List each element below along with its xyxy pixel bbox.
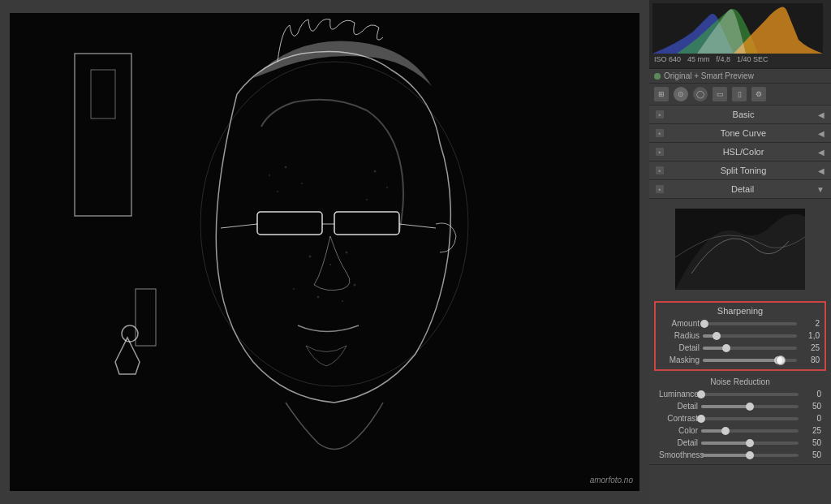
radius-row: Radius 1,0	[656, 330, 825, 342]
photo-svg	[10, 13, 639, 491]
luminance-row: Luminance 0	[654, 388, 826, 400]
detail-row: Detail 25	[656, 342, 825, 354]
svg-point-21	[346, 252, 348, 254]
smoothness-fill	[701, 454, 750, 457]
detail-thumbnail	[675, 209, 805, 290]
svg-point-22	[293, 288, 295, 290]
contrast-thumb[interactable]	[697, 415, 705, 423]
tone-curve-header[interactable]: ▪ Tone Curve ◀	[649, 124, 831, 142]
phone-tool-icon[interactable]: ▯	[732, 87, 747, 101]
detail-header[interactable]: ▪ Detail ▼	[649, 180, 831, 199]
circle-tool-icon[interactable]: ◯	[693, 87, 708, 101]
shutter-info: 1/40 SEC	[737, 55, 769, 63]
hsl-toggle[interactable]: ▪	[656, 148, 664, 156]
target-tool-icon[interactable]: ⊙	[674, 87, 688, 101]
nr-detail-row: Detail 50	[654, 400, 826, 412]
radius-track[interactable]	[703, 334, 797, 338]
monitor-tool-icon[interactable]: ▭	[713, 87, 727, 101]
contrast-value: 0	[802, 414, 821, 423]
smoothness-track[interactable]	[701, 454, 799, 457]
color-detail-row: Detail 50	[654, 437, 826, 449]
amount-label: Amount	[661, 319, 700, 328]
svg-point-23	[317, 296, 320, 299]
tone-curve-toggle[interactable]: ▪	[656, 129, 664, 137]
tone-curve-section: ▪ Tone Curve ◀	[649, 124, 831, 143]
masking-track[interactable]	[703, 359, 797, 362]
color-detail-label: Detail	[659, 438, 698, 447]
contrast-label: Contrast	[659, 414, 698, 423]
svg-point-12	[269, 174, 270, 176]
detail-label: Detail	[669, 184, 816, 194]
smoothness-row: Smoothness 50	[654, 449, 826, 461]
color-label: Color	[659, 426, 698, 435]
hsl-label: HSL/Color	[669, 147, 818, 157]
focal-info: 45 mm	[687, 55, 710, 63]
color-thumb[interactable]	[721, 427, 730, 435]
detail-arrow: ▼	[816, 185, 825, 194]
tone-curve-arrow: ◀	[818, 129, 825, 138]
radius-thumb[interactable]	[713, 332, 721, 340]
basic-header[interactable]: ▪ Basic ◀	[649, 106, 831, 123]
noise-reduction-section: Noise Reduction Luminance 0 Detail	[649, 374, 831, 464]
panel-sections-container: ▪ Basic ◀ ▪ Tone Curve ◀ ▪ HSL/Color ◀	[649, 106, 831, 504]
smoothness-label: Smoothness	[659, 450, 698, 459]
masking-thumb[interactable]	[774, 356, 782, 364]
nr-title: Noise Reduction	[654, 374, 826, 388]
histogram-svg	[652, 3, 823, 54]
smoothness-thumb[interactable]	[746, 451, 754, 459]
detail-value: 25	[800, 343, 820, 352]
histogram-area: ISO 640 45 mm f/4,8 1/40 SEC	[649, 0, 831, 69]
nr-detail-thumb[interactable]	[746, 403, 754, 411]
luminance-thumb[interactable]	[697, 390, 705, 398]
aperture-info: f/4,8	[717, 55, 731, 63]
color-detail-track[interactable]	[701, 442, 799, 445]
svg-rect-1	[10, 13, 639, 491]
detail-toggle[interactable]: ▪	[656, 185, 664, 193]
amount-track[interactable]	[703, 322, 797, 325]
svg-point-16	[374, 170, 377, 173]
split-toning-arrow: ◀	[818, 166, 825, 175]
masking-value: 80	[800, 355, 820, 364]
nr-detail-fill	[701, 405, 750, 408]
tools-row: ⊞ ⊙ ◯ ▭ ▯ ⚙	[649, 84, 831, 106]
histogram-info: ISO 640 45 mm f/4,8 1/40 SEC	[652, 54, 828, 63]
svg-point-18	[366, 199, 368, 200]
split-toning-section: ▪ Split Toning ◀	[649, 162, 831, 180]
svg-point-24	[342, 300, 343, 302]
grid-tool-icon[interactable]: ⊞	[654, 87, 669, 101]
color-detail-fill	[701, 442, 750, 445]
color-track[interactable]	[701, 429, 799, 433]
masking-fill	[703, 359, 778, 362]
smart-preview-label: Original + Smart Preview	[664, 71, 754, 80]
split-toning-header[interactable]: ▪ Split Toning ◀	[649, 162, 831, 179]
svg-point-17	[386, 187, 388, 188]
sharpening-title: Sharpening	[656, 303, 825, 317]
contrast-track[interactable]	[701, 417, 799, 420]
smart-preview-bar: Original + Smart Preview	[649, 69, 831, 84]
nr-detail-label: Detail	[659, 402, 698, 411]
basic-toggle[interactable]: ▪	[656, 110, 664, 118]
luminance-track[interactable]	[701, 393, 799, 396]
settings-tool-icon[interactable]: ⚙	[751, 87, 766, 101]
luminance-value: 0	[802, 390, 821, 398]
nr-detail-track[interactable]	[701, 405, 799, 408]
smoothness-value: 50	[802, 450, 821, 459]
right-panel: ISO 640 45 mm f/4,8 1/40 SEC Original + …	[649, 0, 831, 504]
color-detail-thumb[interactable]	[746, 439, 754, 447]
split-toning-label: Split Toning	[669, 166, 818, 175]
histogram-canvas	[652, 3, 828, 54]
nr-detail-value: 50	[802, 402, 821, 411]
amount-thumb[interactable]	[700, 320, 708, 328]
split-toning-toggle[interactable]: ▪	[656, 166, 664, 174]
detail-track[interactable]	[703, 347, 797, 350]
iso-info: ISO 640	[654, 55, 681, 63]
color-value: 25	[802, 426, 821, 435]
radius-value: 1,0	[800, 331, 820, 340]
amount-value: 2	[800, 319, 820, 328]
detail-section: ▪ Detail ▼ Sharpening	[649, 180, 831, 465]
detail-thumb[interactable]	[722, 344, 730, 352]
radius-label: Radius	[661, 331, 700, 340]
hsl-header[interactable]: ▪ HSL/Color ◀	[649, 143, 831, 161]
svg-point-15	[277, 191, 278, 192]
smart-preview-dot	[654, 73, 661, 80]
